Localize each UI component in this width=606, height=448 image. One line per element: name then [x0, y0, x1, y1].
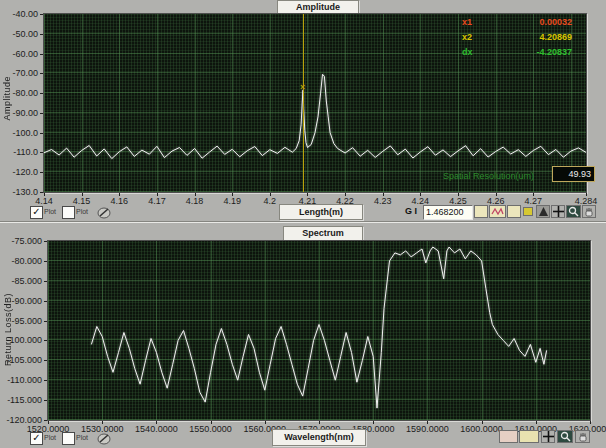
top-plot0-visible-checkbox[interactable]: ✓ [30, 206, 43, 219]
bottom-plot0-label: Plot [44, 432, 56, 443]
y-tick-label: -100.0 [0, 128, 38, 138]
pointer-tool-icon[interactable] [536, 205, 550, 218]
scale-button-icon[interactable] [507, 205, 521, 218]
y-tick-label: -95.000 [0, 316, 42, 326]
group-index-label: G I [405, 206, 417, 216]
bottom-plot0-visible-checkbox[interactable]: ✓ [30, 432, 43, 445]
bottom-x-axis-title: Wavelength(nm) [272, 429, 366, 446]
y-tick-label: -60.00 [0, 49, 38, 59]
y-tick-label: -90.00 [0, 108, 38, 118]
y-tick-label: -120.0 [0, 167, 38, 177]
instrument-window: { "window": { "bg": "#b1b1ae" }, "top_gr… [0, 0, 606, 448]
y-tick-label: -75.000 [0, 236, 42, 246]
cursor-legend-row: x24.20869 [462, 32, 572, 42]
x-tick-label: 1550.0000 [181, 424, 241, 434]
crosshair-tool-icon[interactable] [541, 430, 555, 443]
spatial-resolution-label: Spatial Resolution(um) [443, 171, 534, 181]
scale-button-icon[interactable] [499, 430, 518, 443]
group-index-input[interactable]: 1.468200 [423, 205, 473, 220]
y-tick-label: -50.00 [0, 29, 38, 39]
y-tick-label: -80.000 [0, 256, 42, 266]
spectrum-plot-area[interactable] [47, 240, 591, 421]
pan-tool-icon[interactable] [582, 205, 596, 218]
y-tick-label: -85.000 [0, 276, 42, 286]
pan-tool-icon[interactable] [575, 430, 590, 443]
scale-zigzag-icon[interactable] [489, 205, 506, 218]
bottom-plot1-label: Plot [76, 432, 88, 443]
graph-cursor[interactable] [303, 14, 304, 192]
x-tick-label: 1590.0000 [397, 424, 457, 434]
spatial-resolution-value: 49.93 [552, 166, 595, 182]
y-tick-label: -105.000 [0, 355, 42, 365]
top-plot1-label: Plot [76, 206, 88, 217]
bottom-graph-title: Spectrum [283, 226, 363, 241]
zoom-tool-icon[interactable] [566, 205, 581, 218]
cursor-marker-icon[interactable]: × [300, 83, 305, 91]
scale-button-icon[interactable] [474, 205, 488, 218]
autoscale-icon[interactable] [523, 207, 533, 216]
y-tick-label: -40.00 [0, 9, 38, 19]
bottom-plot1-visible-checkbox[interactable]: ✓ [62, 432, 75, 445]
cursor-legend-row: dx-4.20837 [462, 47, 572, 57]
y-tick-label: -115.000 [0, 395, 42, 405]
spectrum-trace [48, 241, 590, 420]
y-tick-label: -110.0 [0, 147, 38, 157]
y-tick-label: -80.00 [0, 88, 38, 98]
x-tick-label: 1540.0000 [126, 424, 186, 434]
y-tick-label: -90.000 [0, 296, 42, 306]
amplitude-plot-area[interactable]: × x10.00032x24.20869dx-4.20837 Spatial R… [43, 13, 587, 193]
top-plot0-label: Plot [44, 206, 56, 217]
scale-button-icon[interactable] [519, 430, 539, 443]
y-tick-label: -110.000 [0, 375, 42, 385]
y-tick-label: -70.00 [0, 68, 38, 78]
crosshair-tool-icon[interactable] [551, 205, 565, 218]
top-x-axis-title: Length(m) [279, 204, 363, 220]
zoom-tool-icon[interactable] [557, 430, 573, 443]
brush-icon[interactable] [96, 205, 112, 218]
y-tick-label: -100.000 [0, 335, 42, 345]
brush-icon[interactable] [96, 431, 112, 444]
cursor-legend-row: x10.00032 [462, 17, 572, 27]
top-plot1-visible-checkbox[interactable]: ✓ [62, 206, 75, 219]
section-divider [0, 222, 606, 223]
